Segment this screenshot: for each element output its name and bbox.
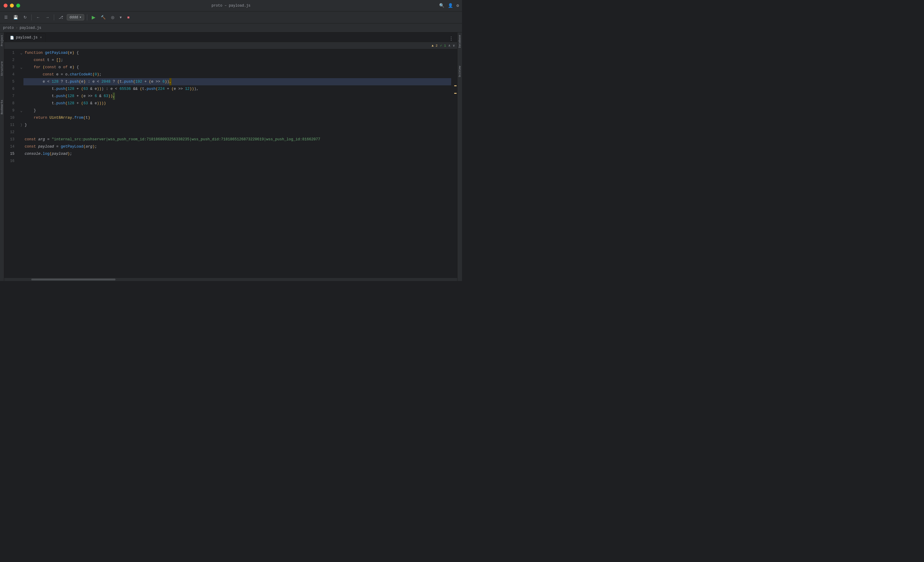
code-line-3[interactable]: for (const o of e) { — [24, 64, 451, 71]
line-numbers-gutter: 1 2 3 4 5 6 7 8 9 10 11 12 13 14 15 16 — [4, 49, 19, 278]
branch-dropdown-icon: ▾ — [80, 15, 81, 19]
hamburger-menu-button[interactable]: ☰ — [2, 14, 10, 21]
fold-3[interactable]: ⌄ — [19, 64, 24, 71]
fold-gutter: ⌄ ⌄ ⌄ } — [19, 49, 24, 278]
code-line-6[interactable]: t.push(128 + (63 & e))) : e < 65536 && (… — [24, 85, 451, 93]
horizontal-scrollbar[interactable] — [4, 278, 457, 281]
profile-icon[interactable]: 👤 — [448, 3, 453, 8]
line-num-6: 6 — [4, 85, 17, 93]
stop-button[interactable]: ■ — [125, 14, 132, 21]
traffic-lights — [4, 4, 20, 7]
title-bar-actions: 🔍 👤 ⚙ — [439, 3, 459, 8]
check-count[interactable]: ✓ 1 — [440, 43, 446, 48]
line-num-15: 15 — [4, 150, 17, 157]
editor-tab-payload[interactable]: 📄 payload.js × — [6, 33, 46, 42]
line-num-10: 10 — [4, 114, 17, 121]
code-line-14[interactable]: const payload = getPayLoad(arg); — [24, 143, 451, 150]
line-num-7: 7 — [4, 93, 17, 100]
code-editor[interactable]: function getPayLoad(e) { const t = []; f… — [24, 49, 451, 278]
code-line-10[interactable]: return Uint8Array.from(t) — [24, 114, 451, 121]
code-line-5[interactable]: e < 128 ? t.push(e) : e < 2048 ? (t.push… — [24, 78, 451, 85]
breadcrumb-sep-1: › — [16, 26, 18, 30]
minimize-button[interactable] — [10, 4, 14, 7]
line-num-11: 11 — [4, 121, 17, 129]
line-num-5: 5 — [4, 78, 17, 85]
close-button[interactable] — [4, 4, 8, 7]
warning-count[interactable]: ▲ 2 — [432, 44, 438, 48]
fold-1[interactable]: ⌄ — [19, 49, 24, 57]
line-num-8: 8 — [4, 100, 17, 107]
line-num-14: 14 — [4, 143, 17, 150]
tab-label: payload.js — [16, 36, 38, 40]
line-num-13: 13 — [4, 136, 17, 143]
branch-name: dddd — [69, 15, 78, 19]
line-num-3: 3 — [4, 64, 17, 71]
code-line-11[interactable]: } — [24, 121, 451, 129]
editor-tabs-bar: 📄 payload.js × ⋮ — [4, 33, 457, 42]
title-bar: proto – payload.js 🔍 👤 ⚙ — [0, 0, 462, 11]
breadcrumb-project[interactable]: proto — [3, 26, 14, 30]
sidebar-item-bookmarks[interactable]: Bookmarks — [1, 100, 4, 115]
sidebar-item-project[interactable]: Project — [1, 35, 4, 46]
branch-selector[interactable]: dddd ▾ — [67, 14, 84, 21]
chevron-up-icon[interactable]: ∧ — [448, 43, 451, 48]
run-button[interactable]: ▶ — [90, 13, 97, 21]
code-line-4[interactable]: const e = o.charCodeAt(0); — [24, 71, 451, 78]
sidebar-item-structure[interactable]: Structure — [1, 61, 4, 76]
chevron-down-icon[interactable]: ∨ — [453, 43, 455, 48]
code-line-7[interactable]: t.push(128 + (e >> 6 & 63)), — [24, 93, 451, 100]
right-sidebar: Database SciView — [457, 33, 462, 281]
fold-9[interactable]: ⌄ — [19, 107, 24, 114]
code-line-9[interactable]: } — [24, 107, 451, 114]
save-button[interactable]: 💾 — [11, 14, 20, 21]
line-num-2: 2 — [4, 57, 17, 64]
sync-button[interactable]: ↻ — [22, 14, 28, 21]
editor-right-margin — [451, 49, 457, 278]
coverage-button[interactable]: ◎ — [109, 14, 116, 21]
line-num-4: 4 — [4, 71, 17, 78]
settings-icon[interactable]: ⚙ — [457, 3, 459, 8]
breadcrumb-bar: proto › payload.js — [0, 24, 462, 33]
code-line-2[interactable]: const t = []; — [24, 57, 451, 64]
window-title: proto – payload.js — [212, 4, 250, 8]
line-num-16: 16 — [4, 157, 17, 165]
build-button[interactable]: 🔨 — [99, 14, 107, 21]
left-sidebar: Project Structure Bookmarks — [0, 33, 4, 281]
search-icon[interactable]: 🔍 — [439, 3, 444, 8]
sidebar-item-database[interactable]: Database — [458, 35, 461, 48]
run-config-dropdown[interactable]: ▾ — [118, 14, 124, 21]
warning-marker-2 — [454, 93, 457, 94]
code-line-12[interactable] — [24, 129, 451, 136]
code-line-15[interactable]: console.log(payload); — [24, 150, 451, 157]
code-line-13[interactable]: const arg = "internal_src:pushserver|wss… — [24, 136, 451, 143]
code-line-16[interactable] — [24, 157, 451, 165]
toolbar-separator-1 — [31, 15, 32, 21]
tab-menu-button[interactable]: ⋮ — [447, 36, 455, 42]
code-line-1[interactable]: function getPayLoad(e) { — [24, 49, 451, 57]
back-button[interactable]: ← — [34, 14, 42, 21]
forward-button[interactable]: → — [44, 14, 51, 21]
tab-file-icon: 📄 — [10, 36, 14, 40]
vcs-button[interactable]: ⎇ — [57, 14, 65, 21]
line-num-12: 12 — [4, 129, 17, 136]
code-line-8[interactable]: t.push(128 + (63 & e)))) — [24, 100, 451, 107]
line-num-9: 9 — [4, 107, 17, 114]
warnings-right: ▲ 2 ✓ 1 ∧ ∨ — [432, 43, 455, 48]
breadcrumb-file[interactable]: payload.js — [20, 26, 41, 30]
tab-close-icon[interactable]: × — [40, 36, 42, 39]
toolbar: ☰ 💾 ↻ ← → ⎇ dddd ▾ ▶ 🔨 ◎ ▾ ■ — [0, 11, 462, 24]
warning-marker-1 — [454, 85, 457, 86]
sidebar-item-sciview[interactable]: SciView — [458, 66, 461, 77]
maximize-button[interactable] — [16, 4, 20, 7]
line-num-1: 1 — [4, 49, 17, 57]
fold-11[interactable]: } — [19, 121, 24, 129]
warnings-bar: ▲ 2 ✓ 1 ∧ ∨ — [4, 42, 457, 49]
scrollbar-thumb[interactable] — [31, 279, 116, 280]
toolbar-separator-3 — [87, 15, 87, 21]
